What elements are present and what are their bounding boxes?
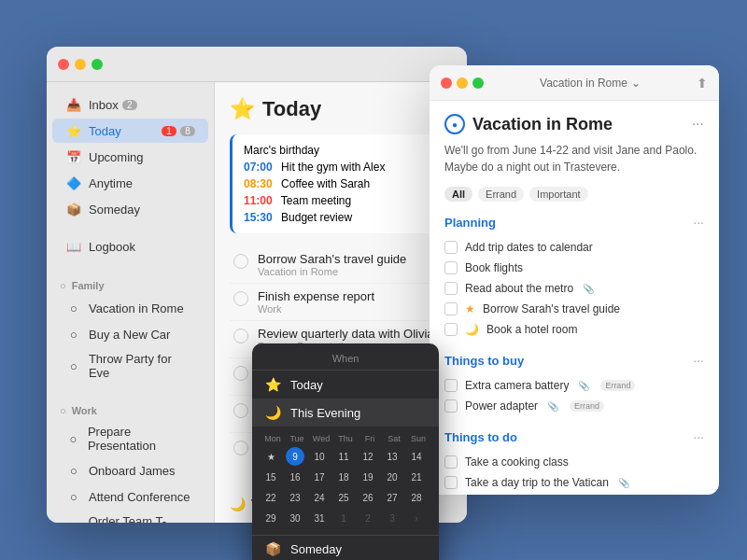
work-section-icon: ○ <box>60 405 66 416</box>
sidebar-item-someday[interactable]: 📦 Someday <box>52 197 208 221</box>
things-to-buy-more-button[interactable]: ··· <box>693 353 704 368</box>
meeting-time: 11:00 <box>244 194 273 207</box>
cal-day-12[interactable]: 12 <box>359 447 377 466</box>
sidebar-item-prepare-pres[interactable]: ○ Prepare Presentation <box>52 421 208 456</box>
cal-day-23[interactable]: 23 <box>286 488 304 507</box>
cal-day-9[interactable]: 9 <box>286 447 304 466</box>
detail-task-hotel-room[interactable]: 🌙 Book a hotel room <box>444 319 704 340</box>
cal-day-19[interactable]: 19 <box>359 468 377 486</box>
detail-checkbox-hotel-room[interactable] <box>444 323 458 336</box>
filter-tab-errand[interactable]: Errand <box>478 187 524 202</box>
task-checkbox-expense[interactable] <box>233 291 248 306</box>
detail-traffic-lights <box>441 77 484 89</box>
sidebar-item-today[interactable]: ⭐ Today 1 8 <box>52 119 208 143</box>
cal-day-14[interactable]: 14 <box>407 447 426 466</box>
detail-task-hotel-room-label: Book a hotel room <box>486 323 577 336</box>
sidebar-item-logbook[interactable]: 📖 Logbook <box>52 234 208 259</box>
cal-day-10[interactable]: 10 <box>310 447 329 466</box>
cal-day-30[interactable]: 30 <box>286 509 304 527</box>
cal-day-25[interactable]: 25 <box>334 488 353 507</box>
cal-day-31[interactable]: 31 <box>310 509 329 527</box>
when-option-someday[interactable]: 📦 Someday <box>252 535 439 560</box>
detail-task-flights[interactable]: Book flights <box>444 258 704 278</box>
today-icon: ⭐ <box>65 122 82 139</box>
task-checkbox-catering[interactable] <box>233 366 248 381</box>
detail-checkbox-camera[interactable] <box>444 379 458 392</box>
cal-day-27[interactable]: 27 <box>383 488 402 507</box>
detail-fullscreen-button[interactable] <box>472 77 484 89</box>
cal-day-18[interactable]: 18 <box>334 468 353 486</box>
task-checkbox-review[interactable] <box>233 329 248 343</box>
detail-checkbox-power-adapter[interactable] <box>444 399 458 413</box>
detail-task-cooking[interactable]: Take a cooking class <box>444 452 704 472</box>
detail-task-power-adapter[interactable]: Power adapter 📎 Errand <box>444 396 704 416</box>
coffee-time: 08:30 <box>244 177 273 190</box>
sidebar-item-vacation-rome[interactable]: ○ Vacation in Rome <box>52 296 208 320</box>
detail-task-travel-guide[interactable]: ★ Borrow Sarah's travel guide <box>444 299 704 319</box>
inbox-icon: 📥 <box>65 96 82 113</box>
planning-more-button[interactable]: ··· <box>693 215 704 230</box>
cal-day-13[interactable]: 13 <box>383 447 402 466</box>
cal-day-11[interactable]: 11 <box>334 447 353 466</box>
minimize-button[interactable] <box>75 59 86 70</box>
cal-day-gt[interactable]: › <box>407 509 426 527</box>
cal-day-20[interactable]: 20 <box>383 468 402 486</box>
detail-task-metro[interactable]: Read about the metro 📎 <box>444 278 704 299</box>
when-option-today[interactable]: ⭐ Today <box>252 371 439 399</box>
task-item-expense[interactable]: Finish expense report Work <box>230 284 452 321</box>
cal-day-15[interactable]: 15 <box>261 468 280 486</box>
sidebar-item-upcoming[interactable]: 📅 Upcoming <box>52 145 208 169</box>
detail-task-vatican[interactable]: Take a day trip to the Vatican 📎 <box>444 472 704 493</box>
cal-day-21[interactable]: 21 <box>407 468 426 486</box>
cal-day-29[interactable]: 29 <box>261 509 280 527</box>
sidebar-item-anytime[interactable]: 🔷 Anytime <box>52 171 208 195</box>
cal-day-22[interactable]: 22 <box>261 488 280 507</box>
detail-share-icon[interactable]: ⬆ <box>697 76 708 91</box>
close-button[interactable] <box>58 59 69 70</box>
attend-conf-icon: ○ <box>65 488 82 505</box>
clip-icon-power: 📎 <box>547 401 558 412</box>
cal-day-28[interactable]: 28 <box>407 488 426 507</box>
when-option-evening[interactable]: 🌙 This Evening <box>252 399 439 427</box>
cal-day-24[interactable]: 24 <box>310 488 329 507</box>
moon-icon: 🌙 <box>230 497 246 511</box>
sidebar-item-buy-car[interactable]: ○ Buy a New Car <box>52 322 208 346</box>
filter-tab-important[interactable]: Important <box>529 187 587 202</box>
fullscreen-button[interactable] <box>92 59 103 70</box>
sidebar-item-vacation-rome-label: Vacation in Rome <box>89 301 184 315</box>
task-checkbox-borrow[interactable] <box>233 254 248 269</box>
sidebar-item-attend-conf[interactable]: ○ Attend Conference <box>52 484 208 509</box>
detail-checkbox-vatican[interactable] <box>444 476 458 489</box>
cal-day-3[interactable]: 3 <box>383 509 402 527</box>
task-checkbox-conf-call[interactable] <box>233 441 248 455</box>
sidebar-item-onboard-james[interactable]: ○ Onboard James <box>52 458 208 483</box>
detail-more-button[interactable]: ··· <box>692 116 704 133</box>
filter-tab-all[interactable]: All <box>444 187 472 202</box>
sidebar-item-throw-party[interactable]: ○ Throw Party for Eve <box>52 348 208 384</box>
planning-section-header: Planning ··· <box>444 215 704 230</box>
cal-day-star[interactable]: ★ <box>261 447 280 466</box>
detail-checkbox-calendar[interactable] <box>444 241 458 254</box>
sidebar-item-inbox[interactable]: 📥 Inbox 2 <box>52 92 208 117</box>
detail-checkbox-travel-guide[interactable] <box>444 302 458 315</box>
task-checkbox-car[interactable] <box>233 403 248 418</box>
detail-close-button[interactable] <box>441 77 452 89</box>
detail-task-calendar[interactable]: Add trip dates to calendar <box>444 237 704 258</box>
detail-task-camera[interactable]: Extra camera battery 📎 Errand <box>444 375 704 396</box>
things-to-do-more-button[interactable]: ··· <box>693 429 704 444</box>
pinned-gym: 07:00 Hit the gym with Alex <box>244 159 441 175</box>
cal-day-1[interactable]: 1 <box>334 509 353 527</box>
detail-checkbox-flights[interactable] <box>444 261 458 274</box>
calendar-days: ★ 9 10 11 12 13 14 15 16 17 18 19 20 21 … <box>261 447 430 527</box>
errand-badge-camera: Errand <box>600 380 635 391</box>
detail-checkbox-cooking[interactable] <box>444 455 458 469</box>
task-item-borrow[interactable]: Borrow Sarah's travel guide Vacation in … <box>230 246 452 284</box>
detail-minimize-button[interactable] <box>457 77 468 89</box>
sidebar-item-order-tshirts[interactable]: ○ Order Team T-Shirts <box>52 511 208 523</box>
cal-day-16[interactable]: 16 <box>286 468 304 486</box>
things-to-buy-header: Things to buy ··· <box>444 353 704 368</box>
detail-checkbox-metro[interactable] <box>444 282 458 295</box>
cal-day-26[interactable]: 26 <box>359 488 377 507</box>
cal-day-17[interactable]: 17 <box>310 468 329 486</box>
cal-day-2[interactable]: 2 <box>359 509 377 527</box>
